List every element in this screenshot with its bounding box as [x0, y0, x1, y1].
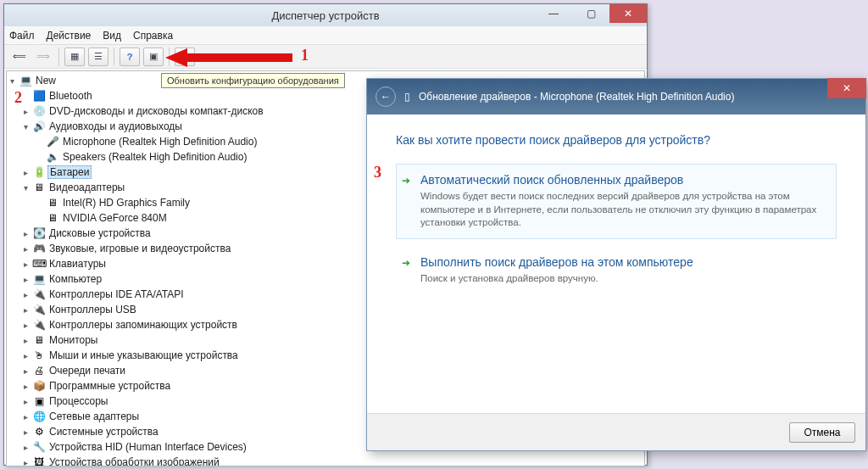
- expander-icon[interactable]: ▸: [20, 397, 31, 406]
- minimize-button[interactable]: —: [535, 4, 572, 23]
- device-icon: 🎤: [46, 135, 59, 148]
- annotation-arrow-icon: [165, 48, 301, 67]
- device-icon: 🖥: [46, 196, 59, 209]
- device-icon: 🖱: [32, 349, 46, 362]
- expander-icon[interactable]: ▸: [20, 290, 31, 299]
- option-local-search[interactable]: ➔ Выполнить поиск драйверов на этом комп…: [396, 246, 837, 295]
- expander-icon[interactable]: ▸: [20, 443, 31, 452]
- wizard-question: Как вы хотите провести поиск драйверов д…: [396, 133, 837, 147]
- node-label: Intel(R) HD Graphics Family: [61, 197, 190, 209]
- option2-desc: Поиск и установка драйверов вручную.: [420, 272, 829, 286]
- wizard-titlebar[interactable]: ← ▯ Обновление драйверов - Microphone (R…: [367, 79, 865, 114]
- device-icon: 💻: [32, 272, 46, 286]
- expander-icon[interactable]: ▸: [20, 305, 31, 315]
- node-label: Speakers (Realtek High Definition Audio): [61, 151, 247, 163]
- annotation-2: 2: [14, 89, 22, 107]
- expander-icon[interactable]: ▸: [20, 260, 31, 269]
- svg-marker-0: [165, 48, 292, 67]
- node-label: Сетевые адаптеры: [47, 410, 139, 422]
- device-icon: 🖨: [32, 364, 46, 377]
- arrow-right-icon: ➔: [402, 175, 410, 187]
- expander-icon[interactable]: ▸: [20, 336, 31, 345]
- expander-icon[interactable]: ▾: [20, 122, 31, 131]
- menu-action[interactable]: Действие: [47, 30, 92, 42]
- device-icon: 💽: [32, 226, 46, 240]
- expander-icon[interactable]: ▸: [20, 244, 31, 254]
- device-icon: 🔌: [32, 288, 46, 301]
- expander-icon[interactable]: ▸: [20, 412, 31, 422]
- device-icon: 🌐: [32, 410, 46, 423]
- annotation-3: 3: [374, 164, 381, 181]
- arrow-right-icon: ➔: [402, 257, 410, 269]
- expander-icon[interactable]: ▸: [20, 321, 31, 330]
- device-icon: 🔧: [32, 440, 46, 454]
- toolbar: ⟸ ⟹ ▦ ☰ ? ▣ 🖥 1: [4, 45, 647, 69]
- wizard-close-button[interactable]: ✕: [827, 78, 866, 98]
- toolbar-properties-icon[interactable]: ▣: [143, 47, 164, 66]
- wizard-body: Как вы хотите провести поиск драйверов д…: [367, 114, 865, 413]
- annotation-1: 1: [301, 47, 309, 64]
- toolbar-list-icon[interactable]: ☰: [88, 47, 108, 66]
- node-label: Bluetooth: [47, 90, 92, 102]
- wizard-footer: Отмена: [367, 413, 865, 450]
- close-button[interactable]: ✕: [609, 4, 647, 23]
- expander-icon[interactable]: ▸: [20, 458, 31, 467]
- titlebar[interactable]: Диспетчер устройств — ▢ ✕: [4, 4, 647, 26]
- node-label: Звуковые, игровые и видеоустройства: [47, 243, 231, 254]
- back-button[interactable]: ⟸: [9, 47, 30, 66]
- menu-help[interactable]: Справка: [133, 30, 173, 42]
- tree-node[interactable]: ▸🖼Устройства обработки изображений: [7, 455, 644, 466]
- expander-icon[interactable]: ▸: [20, 382, 31, 391]
- cancel-button[interactable]: Отмена: [789, 422, 855, 443]
- expander-icon[interactable]: ▸: [20, 275, 31, 284]
- maximize-button[interactable]: ▢: [572, 4, 609, 23]
- node-label: DVD-дисководы и дисководы компакт-дисков: [47, 105, 264, 117]
- menu-view[interactable]: Вид: [103, 30, 121, 42]
- device-icon: 🎮: [32, 242, 46, 255]
- expander-icon[interactable]: ▾: [20, 183, 31, 193]
- node-label: Устройства обработки изображений: [47, 456, 220, 466]
- wizard-title: Обновление драйверов - Microphone (Realt…: [419, 91, 734, 103]
- device-icon: 🔈: [46, 150, 59, 164]
- expander-icon[interactable]: ▸: [20, 107, 31, 116]
- node-label: Контроллеры запоминающих устройств: [47, 319, 237, 331]
- node-label: Microphone (Realtek High Definition Audi…: [61, 136, 257, 148]
- help-icon[interactable]: ?: [120, 47, 140, 66]
- node-label: Дисковые устройства: [47, 227, 151, 239]
- node-label: Программные устройства: [47, 380, 170, 392]
- node-label: Процессоры: [47, 395, 108, 407]
- driver-update-wizard: ← ▯ Обновление драйверов - Microphone (R…: [366, 78, 866, 451]
- menu-file[interactable]: Файл: [9, 30, 35, 42]
- device-icon: 💿: [32, 104, 46, 118]
- node-label: Контроллеры USB: [47, 304, 136, 315]
- wizard-back-button[interactable]: ←: [376, 87, 396, 107]
- node-label: Компьютер: [47, 273, 102, 285]
- option2-title: Выполнить поиск драйверов на этом компью…: [420, 255, 829, 269]
- expander-icon[interactable]: ▸: [20, 168, 31, 177]
- node-label: Клавиатуры: [47, 258, 106, 270]
- device-icon: 🖥: [32, 333, 46, 347]
- device-icon: 🖥: [46, 211, 59, 225]
- device-icon: 🔊: [32, 120, 46, 133]
- node-label: Видеоадаптеры: [47, 181, 125, 193]
- device-icon: 🔌: [32, 303, 46, 316]
- computer-icon: 💻: [19, 74, 32, 87]
- expander-icon[interactable]: ▸: [20, 427, 31, 437]
- root-label: New: [34, 75, 56, 87]
- option1-title: Автоматический поиск обновленных драйвер…: [420, 173, 829, 187]
- device-icon: ▯: [404, 91, 410, 103]
- expander-icon[interactable]: ▸: [20, 351, 31, 360]
- expander-icon[interactable]: ▸: [20, 229, 31, 238]
- option-auto-search[interactable]: ➔ Автоматический поиск обновленных драйв…: [396, 164, 837, 239]
- toolbar-detail-icon[interactable]: ▦: [64, 47, 85, 66]
- node-label: Контроллеры IDE ATA/ATAPI: [47, 288, 184, 300]
- forward-button[interactable]: ⟹: [33, 47, 53, 66]
- device-icon: 🔌: [32, 318, 46, 332]
- node-label: Батареи: [47, 165, 92, 179]
- device-icon: 🟦: [32, 89, 46, 103]
- expander-icon[interactable]: ▸: [20, 366, 31, 376]
- tooltip: Обновить конфигурацию оборудования: [161, 73, 345, 88]
- node-label: Аудиовходы и аудиовыходы: [47, 120, 182, 132]
- expander-icon[interactable]: ▾: [7, 76, 17, 86]
- device-icon: 🖥: [32, 181, 46, 194]
